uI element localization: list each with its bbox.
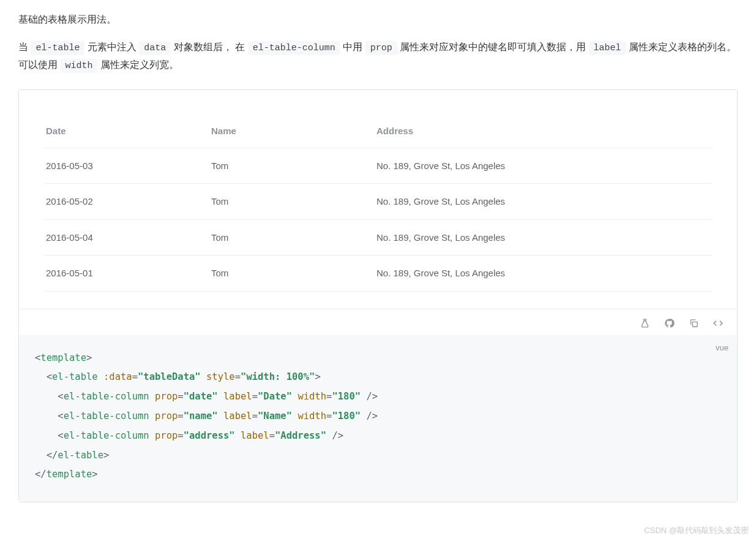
cell-address: No. 189, Grove St, Los Angeles (374, 148, 713, 184)
intro-line1: 基础的表格展示用法。 (18, 11, 738, 28)
code-block: vue <template> <el-table :data="tableDat… (19, 335, 737, 502)
cell-date: 2016-05-03 (43, 148, 209, 184)
cell-address: No. 189, Grove St, Los Angeles (374, 219, 713, 255)
cell-date: 2016-05-01 (43, 255, 209, 292)
playground-icon[interactable] (639, 318, 650, 329)
text: 属性来对应对象中的键名即可填入数据，用 (397, 42, 589, 52)
text: 对象数组后， 在 (171, 42, 247, 52)
cell-name: Tom (209, 148, 374, 184)
col-header-address: Address (374, 115, 713, 148)
text: 中用 (340, 42, 365, 52)
svg-rect-0 (692, 322, 697, 327)
demo-table: Date Name Address 2016-05-03 Tom No. 189… (43, 115, 713, 292)
cell-address: No. 189, Grove St, Los Angeles (374, 184, 713, 220)
text: 当 (18, 42, 31, 52)
table-row: 2016-05-02 Tom No. 189, Grove St, Los An… (43, 184, 713, 220)
github-icon[interactable] (664, 318, 675, 329)
table-header-row: Date Name Address (43, 115, 713, 148)
demo-box: Date Name Address 2016-05-03 Tom No. 189… (18, 89, 738, 502)
text: 属性来定义列宽。 (97, 59, 178, 70)
cell-name: Tom (209, 219, 374, 255)
cell-name: Tom (209, 184, 374, 220)
code-data: data (139, 41, 171, 55)
table-row: 2016-05-03 Tom No. 189, Grove St, Los An… (43, 148, 713, 184)
code-el-table-column: el-table-column (248, 41, 340, 55)
code-prop: prop (365, 41, 397, 55)
cell-date: 2016-05-02 (43, 184, 209, 220)
cell-address: No. 189, Grove St, Los Angeles (374, 255, 713, 292)
demo-toolbar (19, 309, 737, 335)
code-width: width (60, 59, 97, 73)
intro-line2: 当 el-table 元素中注入 data 对象数组后， 在 el-table-… (18, 39, 738, 74)
demo-render: Date Name Address 2016-05-03 Tom No. 189… (19, 90, 737, 309)
col-header-date: Date (43, 115, 209, 148)
cell-date: 2016-05-04 (43, 219, 209, 255)
code-lang-label: vue (716, 340, 728, 357)
copy-icon[interactable] (688, 318, 699, 329)
text: 元素中注入 (84, 42, 139, 52)
col-header-name: Name (209, 115, 374, 148)
table-row: 2016-05-01 Tom No. 189, Grove St, Los An… (43, 255, 713, 292)
code-label: label (589, 41, 626, 55)
cell-name: Tom (209, 255, 374, 292)
code-content: <template> <el-table :data="tableData" s… (35, 349, 721, 485)
code-toggle-icon[interactable] (713, 318, 724, 329)
code-el-table: el-table (31, 41, 84, 55)
table-row: 2016-05-04 Tom No. 189, Grove St, Los An… (43, 219, 713, 255)
